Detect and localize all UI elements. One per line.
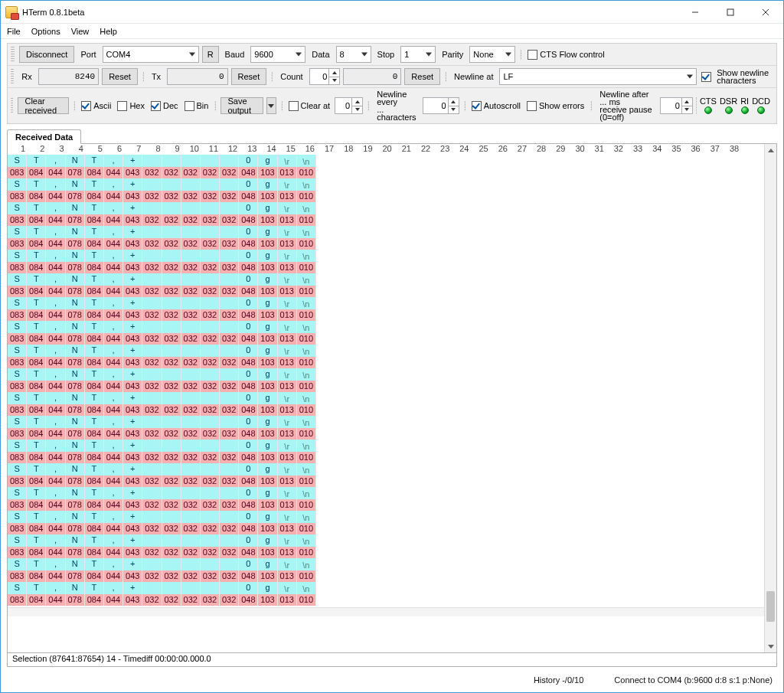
scroll-thumb[interactable] bbox=[766, 591, 775, 622]
ascii-checkbox[interactable]: Ascii bbox=[80, 101, 113, 111]
data-rows[interactable]: ST,NT,+ 0g\r\n08308404407808404404303203… bbox=[8, 155, 764, 606]
menu-options[interactable]: Options bbox=[31, 27, 60, 36]
data-row-ascii[interactable]: ST,NT,+ 0g\r\n bbox=[8, 202, 764, 214]
app-icon bbox=[5, 6, 18, 18]
data-row-ascii[interactable]: ST,NT,+ 0g\r\n bbox=[8, 178, 764, 191]
clear-received-button[interactable]: Clear received bbox=[18, 97, 69, 114]
data-row-ascii[interactable]: ST,NT,+ 0g\r\n bbox=[8, 155, 764, 167]
horizontal-scrollbar[interactable] bbox=[8, 607, 764, 616]
led-dot-icon bbox=[725, 106, 733, 114]
data-row-dec[interactable]: 0830840440780840440430320320320320320481… bbox=[8, 452, 764, 464]
signal-leds: CTSDSRRIDCD bbox=[696, 97, 773, 114]
toolbar-connection: Disconnect Port COM4 R Baud 9600 Data 8 … bbox=[8, 44, 776, 65]
data-row-dec[interactable]: 0830840440780840440430320320320320320481… bbox=[8, 167, 764, 179]
disconnect-button[interactable]: Disconnect bbox=[19, 46, 74, 63]
close-button[interactable] bbox=[748, 1, 783, 24]
data-row-dec[interactable]: 0830840440780840440430320320320320320481… bbox=[8, 191, 764, 203]
data-row-dec[interactable]: 0830840440780840440430320320320320320481… bbox=[8, 309, 764, 322]
newline-at-select[interactable]: LF bbox=[499, 68, 697, 85]
checkbox-icon bbox=[185, 101, 194, 111]
data-row-dec[interactable]: 0830840440780840440430320320320320320481… bbox=[8, 428, 764, 440]
maximize-button[interactable] bbox=[713, 1, 748, 24]
data-row-dec[interactable]: 0830840440780840440430320320320320320481… bbox=[8, 333, 764, 345]
data-row-dec[interactable]: 0830840440780840440430320320320320320481… bbox=[8, 499, 764, 512]
port-select[interactable]: COM4 bbox=[103, 46, 199, 63]
vertical-scrollbar[interactable] bbox=[764, 144, 776, 652]
save-output-dropdown[interactable] bbox=[266, 97, 276, 114]
checkbox-icon bbox=[701, 72, 711, 82]
data-row-dec[interactable]: 0830840440780840440430320320320320320481… bbox=[8, 476, 764, 488]
baud-select[interactable]: 9600 bbox=[250, 46, 305, 63]
bin-checkbox[interactable]: Bin bbox=[183, 101, 211, 111]
cts-label: CTS Flow control bbox=[540, 50, 604, 59]
tab-received-data[interactable]: Received Data bbox=[7, 129, 81, 144]
rx-reset-button[interactable]: Reset bbox=[102, 68, 138, 85]
data-row-ascii[interactable]: ST,NT,+ 0g\r\n bbox=[8, 368, 764, 381]
data-row-ascii[interactable]: ST,NT,+ 0g\r\n bbox=[8, 440, 764, 452]
data-row-ascii[interactable]: ST,NT,+ 0g\r\n bbox=[8, 463, 764, 476]
data-row-dec[interactable]: 0830840440780840440430320320320320320481… bbox=[8, 570, 764, 583]
status-connection: Connect to COM4 (b:9600 d:8 s:1 p:None) bbox=[609, 675, 777, 685]
port-refresh-button[interactable]: R bbox=[202, 46, 219, 63]
data-row-ascii[interactable]: ST,NT,+ 0g\r\n bbox=[8, 297, 764, 309]
checkbox-icon bbox=[81, 101, 91, 111]
tx-label: Tx bbox=[149, 72, 164, 81]
data-row-ascii[interactable]: ST,NT,+ 0g\r\n bbox=[8, 487, 764, 499]
data-row-ascii[interactable]: ST,NT,+ 0g\r\n bbox=[8, 250, 764, 262]
save-output-button[interactable]: Save output bbox=[220, 97, 263, 114]
status-bar: History -/0/10 Connect to COM4 (b:9600 d… bbox=[7, 672, 777, 688]
data-row-ascii[interactable]: ST,NT,+ 0g\r\n bbox=[8, 416, 764, 428]
menu-file[interactable]: File bbox=[7, 27, 21, 36]
data-bits-select[interactable]: 8 bbox=[336, 46, 371, 63]
toolbar-counters: Rx 8240 Reset ┊ Tx 0 Reset ┊ Count 0 0 R… bbox=[8, 65, 776, 87]
data-row-dec[interactable]: 0830840440780840440430320320320320320481… bbox=[8, 594, 764, 606]
autoscroll-checkbox[interactable]: Autoscroll bbox=[470, 101, 522, 111]
data-row-dec[interactable]: 0830840440780840440430320320320320320481… bbox=[8, 286, 764, 298]
data-label: Data bbox=[309, 50, 332, 59]
show-newline-checkbox[interactable]: Show newline characters bbox=[700, 69, 773, 84]
count-spinner[interactable]: 0 bbox=[309, 68, 341, 85]
cts-flow-checkbox[interactable]: CTS Flow control bbox=[526, 50, 606, 60]
data-row-ascii[interactable]: ST,NT,+ 0g\r\n bbox=[8, 582, 764, 594]
parity-select[interactable]: None bbox=[469, 46, 515, 63]
scroll-down-icon[interactable] bbox=[765, 640, 776, 652]
checkbox-icon bbox=[289, 101, 299, 111]
grip-icon bbox=[11, 98, 13, 113]
hex-checkbox[interactable]: Hex bbox=[116, 101, 146, 111]
data-row-ascii[interactable]: ST,NT,+ 0g\r\n bbox=[8, 558, 764, 570]
data-row-ascii[interactable]: ST,NT,+ 0g\r\n bbox=[8, 392, 764, 404]
checkbox-icon bbox=[151, 101, 161, 111]
clear-at-spinner[interactable]: 0 bbox=[335, 97, 363, 114]
newline-after-spinner[interactable]: 0 bbox=[660, 97, 693, 114]
count-display: 0 bbox=[343, 68, 401, 85]
led-ri: RI bbox=[740, 97, 749, 114]
toolbar-display: Clear received ┊ Ascii Hex Dec Bin ┊ Sav… bbox=[8, 87, 776, 123]
menu-help[interactable]: Help bbox=[100, 27, 117, 36]
data-row-ascii[interactable]: ST,NT,+ 0g\r\n bbox=[8, 511, 764, 523]
data-row-ascii[interactable]: ST,NT,+ 0g\r\n bbox=[8, 273, 764, 286]
data-row-dec[interactable]: 0830840440780840440430320320320320320481… bbox=[8, 523, 764, 535]
data-row-dec[interactable]: 0830840440780840440430320320320320320481… bbox=[8, 357, 764, 369]
show-errors-checkbox[interactable]: Show errors bbox=[525, 101, 586, 111]
data-row-dec[interactable]: 0830840440780840440430320320320320320481… bbox=[8, 214, 764, 227]
minimize-button[interactable] bbox=[678, 1, 713, 24]
data-row-dec[interactable]: 0830840440780840440430320320320320320481… bbox=[8, 381, 764, 393]
data-row-ascii[interactable]: ST,NT,+ 0g\r\n bbox=[8, 345, 764, 357]
data-row-dec[interactable]: 0830840440780840440430320320320320320481… bbox=[8, 238, 764, 250]
count-reset-button[interactable]: Reset bbox=[404, 68, 440, 85]
data-row-ascii[interactable]: ST,NT,+ 0g\r\n bbox=[8, 226, 764, 238]
scroll-up-icon[interactable] bbox=[765, 144, 776, 156]
dec-checkbox[interactable]: Dec bbox=[149, 101, 180, 111]
data-row-ascii[interactable]: ST,NT,+ 0g\r\n bbox=[8, 534, 764, 547]
tx-reset-button[interactable]: Reset bbox=[231, 68, 267, 85]
newline-every-spinner[interactable]: 0 bbox=[423, 97, 459, 114]
port-label: Port bbox=[77, 50, 99, 59]
data-row-dec[interactable]: 0830840440780840440430320320320320320481… bbox=[8, 404, 764, 417]
data-row-ascii[interactable]: ST,NT,+ 0g\r\n bbox=[8, 321, 764, 333]
data-row-dec[interactable]: 0830840440780840440430320320320320320481… bbox=[8, 262, 764, 274]
data-row-dec[interactable]: 0830840440780840440430320320320320320481… bbox=[8, 547, 764, 559]
stop-bits-select[interactable]: 1 bbox=[400, 46, 436, 63]
selection-info-bar: Selection (87641:87654) 14 - Timediff 00… bbox=[7, 653, 777, 667]
menu-view[interactable]: View bbox=[71, 27, 90, 36]
clear-at-checkbox[interactable]: Clear at bbox=[287, 101, 332, 111]
